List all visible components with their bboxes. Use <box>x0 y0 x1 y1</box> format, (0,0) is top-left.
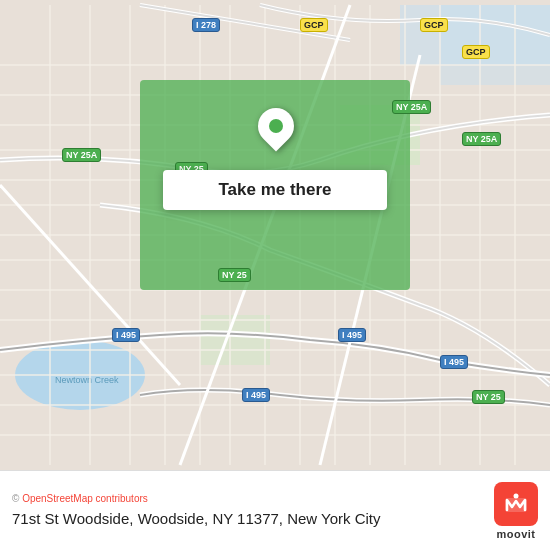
moovit-text: moovit <box>496 528 535 540</box>
svg-point-41 <box>514 493 519 498</box>
pin-inner <box>269 119 283 133</box>
openstreetmap-link[interactable]: OpenStreetMap contributors <box>22 493 148 504</box>
take-me-there-button[interactable]: Take me there <box>163 170 387 210</box>
svg-rect-6 <box>200 315 270 365</box>
pin-circle <box>251 101 302 152</box>
road-label-i495-left: I 495 <box>112 328 140 342</box>
road-label-i495-bottom: I 495 <box>242 388 270 402</box>
road-label-ny25a-far-right: NY 25A <box>462 132 501 146</box>
road-label-gcp1: GCP <box>300 18 328 32</box>
moovit-icon <box>494 482 538 526</box>
road-label-ny25a-left: NY 25A <box>62 148 101 162</box>
road-label-ny25-right: NY 25 <box>472 390 505 404</box>
bottom-bar: © OpenStreetMap contributors 71st St Woo… <box>0 470 550 550</box>
road-label-gcp3: GCP <box>462 45 490 59</box>
app: Newtown Creek <box>0 0 550 550</box>
attribution: © OpenStreetMap contributors <box>12 493 484 504</box>
road-label-i278: I 278 <box>192 18 220 32</box>
moovit-logo: moovit <box>494 482 538 540</box>
bottom-left: © OpenStreetMap contributors 71st St Woo… <box>12 493 484 529</box>
address-text: 71st St Woodside, Woodside, NY 11377, Ne… <box>12 508 484 529</box>
svg-text:Newtown Creek: Newtown Creek <box>55 375 119 385</box>
road-label-i495-right: I 495 <box>440 355 468 369</box>
road-label-gcp2: GCP <box>420 18 448 32</box>
copyright-symbol: © <box>12 493 19 504</box>
svg-rect-4 <box>440 5 550 85</box>
moovit-svg <box>502 490 530 518</box>
map-pin <box>258 108 294 152</box>
road-label-ny25-center: NY 25 <box>218 268 251 282</box>
map-container: Newtown Creek <box>0 0 550 470</box>
road-label-ny25a-right: NY 25A <box>392 100 431 114</box>
road-label-i495-center: I 495 <box>338 328 366 342</box>
